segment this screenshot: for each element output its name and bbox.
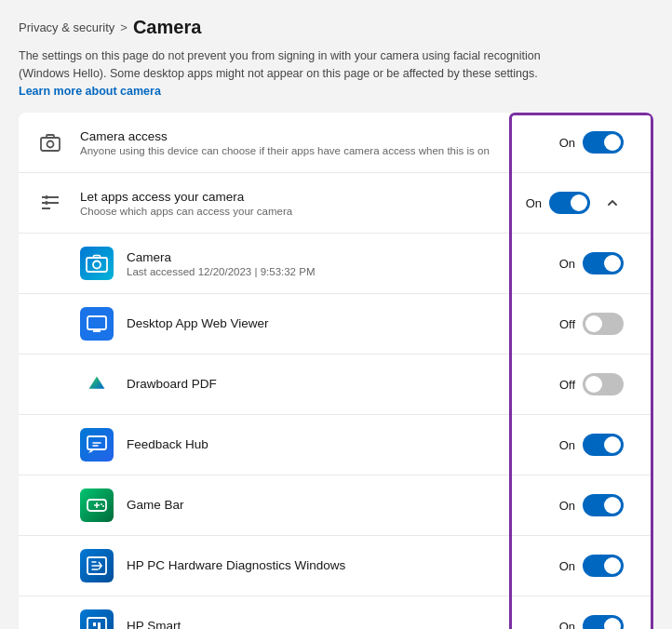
toggle-thumb [585,315,602,332]
desktop-web-viewer-label: Off [559,317,575,331]
game-bar-icon [80,488,114,522]
svg-marker-12 [89,377,105,389]
svg-rect-7 [87,258,107,272]
camera-app-text: Camera Last accessed 12/20/2023 | 9:53:3… [127,250,517,277]
hp-diagnostics-control: On [517,555,638,577]
svg-point-8 [93,261,101,269]
toggle-thumb [571,194,587,211]
game-bar-control: On [517,494,638,516]
apps-icon [34,186,67,220]
let-apps-text: Let apps access your camera Choose which… [80,190,517,217]
desktop-web-viewer-title: Desktop App Web Viewer [127,316,517,330]
feedback-hub-control: On [517,434,638,456]
toggle-thumb [604,497,621,514]
hp-diagnostics-title: HP PC Hardware Diagnostics Windows [127,558,517,572]
svg-point-5 [46,196,47,198]
camera-system-icon [34,126,67,159]
hp-smart-control: On [517,615,638,629]
hp-smart-icon [80,609,114,629]
svg-point-1 [47,141,54,148]
row-hp-diagnostics: HP PC Hardware Diagnostics Windows On [19,536,653,596]
drawboard-control: Off [517,373,638,395]
learn-more-link[interactable]: Learn more about camera [19,85,161,98]
toggle-thumb [604,134,621,151]
svg-rect-9 [87,316,106,329]
settings-page: Privacy & security > Camera The settings… [0,0,672,629]
svg-point-18 [102,505,104,507]
hp-smart-title: HP Smart [127,619,517,629]
svg-point-6 [46,202,47,204]
hp-diagnostics-text: HP PC Hardware Diagnostics Windows [127,558,517,574]
svg-rect-0 [41,138,60,151]
camera-access-label: On [559,136,575,150]
feedback-hub-title: Feedback Hub [127,437,517,451]
desktop-web-viewer-toggle[interactable] [583,313,624,335]
feedback-hub-icon [80,428,114,462]
drawboard-title: Drawboard PDF [127,377,517,391]
desktop-web-viewer-control: Off [517,313,638,335]
hp-smart-label: On [559,620,575,629]
row-hp-smart: HP Smart On [19,596,653,629]
hp-smart-toggle[interactable] [583,615,624,629]
hp-diagnostics-toggle[interactable] [583,555,624,577]
drawboard-toggle[interactable] [583,373,624,395]
row-desktop-web-viewer: Desktop App Web Viewer Off [19,294,653,355]
camera-access-title: Camera access [80,129,517,143]
let-apps-subtitle: Choose which apps can access your camera [80,206,517,217]
let-apps-toggle[interactable] [549,192,590,214]
hp-diagnostics-label: On [559,559,575,573]
svg-rect-20 [87,618,106,629]
settings-container: Camera access Anyone using this device c… [19,113,653,629]
desktop-web-viewer-text: Desktop App Web Viewer [127,316,517,332]
let-apps-label: On [526,196,542,210]
row-let-apps: Let apps access your camera Choose which… [19,173,653,234]
let-apps-control: On [517,192,638,214]
row-feedback-hub: Feedback Hub On [19,415,653,475]
let-apps-title: Let apps access your camera [80,190,517,204]
game-bar-label: On [559,499,575,513]
feedback-hub-text: Feedback Hub [127,437,517,453]
row-drawboard: Drawboard PDF Off [19,355,653,415]
row-camera-app: Camera Last accessed 12/20/2023 | 9:53:3… [19,234,653,294]
toggle-thumb [604,557,621,574]
page-description: The settings on this page do not prevent… [19,47,558,100]
svg-point-17 [101,503,102,505]
game-bar-text: Game Bar [127,498,517,514]
camera-app-toggle[interactable] [583,252,624,274]
camera-access-toggle[interactable] [583,131,624,154]
game-bar-toggle[interactable] [583,494,624,516]
camera-access-text: Camera access Anyone using this device c… [80,129,517,156]
row-game-bar: Game Bar On [19,475,653,536]
let-apps-chevron[interactable] [601,192,624,214]
breadcrumb-separator: > [120,20,128,34]
desktop-web-viewer-icon [80,307,114,341]
game-bar-title: Game Bar [127,498,517,512]
toggle-thumb [585,376,602,393]
hp-diagnostics-icon [80,549,114,582]
camera-app-label: On [559,257,575,271]
feedback-hub-label: On [559,438,575,452]
drawboard-icon [80,368,114,401]
drawboard-label: Off [559,378,575,392]
camera-app-title: Camera [127,250,517,264]
breadcrumb-parent[interactable]: Privacy & security [19,20,114,34]
camera-app-control: On [517,252,638,274]
toggle-thumb [604,436,621,453]
breadcrumb-current: Camera [133,17,201,38]
camera-app-subtitle: Last accessed 12/20/2023 | 9:53:32 PM [127,266,517,277]
breadcrumb: Privacy & security > Camera [19,17,653,38]
row-camera-access: Camera access Anyone using this device c… [19,113,653,173]
camera-access-subtitle: Anyone using this device can choose if t… [80,145,517,156]
feedback-hub-toggle[interactable] [583,434,624,456]
drawboard-text: Drawboard PDF [127,377,517,393]
description-text: The settings on this page do not prevent… [19,49,541,80]
toggle-thumb [604,618,621,629]
toggle-thumb [604,255,621,272]
camera-access-control: On [517,131,638,154]
hp-smart-text: HP Smart [127,619,517,629]
camera-app-icon [80,247,114,280]
